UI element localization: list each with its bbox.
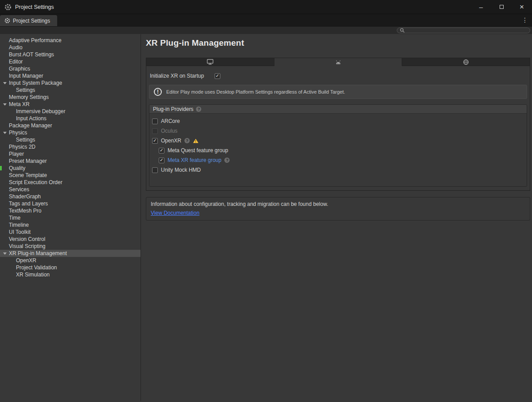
provider-row-arcore[interactable]: ARCore xyxy=(149,116,527,126)
sidebar-item-player[interactable]: Player xyxy=(0,150,141,158)
sidebar-item-label: Visual Scripting xyxy=(9,243,46,249)
help-icon[interactable] xyxy=(196,106,201,112)
sidebar-item-memory-settings[interactable]: Memory Settings xyxy=(0,94,141,101)
sidebar-item-label: Input Actions xyxy=(16,115,47,122)
helpbox-text: Editor Play mode uses Desktop Platform S… xyxy=(166,89,345,95)
sidebar-item-label: Services xyxy=(9,186,29,193)
sidebar-item-xr-simulation[interactable]: XR Simulation xyxy=(0,271,141,278)
sidebar-item-tags-and-layers[interactable]: Tags and Layers xyxy=(0,200,141,207)
provider-label: Meta Quest feature group xyxy=(168,147,228,154)
sidebar-item-textmesh-pro[interactable]: TextMesh Pro xyxy=(0,207,141,214)
sidebar-item-settings[interactable]: Settings xyxy=(0,136,141,143)
sidebar-item-shadergraph[interactable]: ShaderGraph xyxy=(0,193,141,200)
android-platform-icon xyxy=(335,59,342,65)
gear-icon xyxy=(4,18,10,24)
sidebar-item-graphics[interactable]: Graphics xyxy=(0,65,141,72)
provider-row-openxr[interactable]: OpenXR xyxy=(149,136,527,146)
sidebar-item-label: Graphics xyxy=(9,66,30,72)
sidebar-item-editor[interactable]: Editor xyxy=(0,58,141,65)
foldout-arrow-icon[interactable] xyxy=(3,252,7,255)
initialize-xr-checkbox[interactable] xyxy=(215,73,220,79)
sidebar-item-meta-xr[interactable]: Meta XR xyxy=(0,101,141,108)
sidebar-item-input-actions[interactable]: Input Actions xyxy=(0,115,141,122)
search-field[interactable] xyxy=(397,28,530,33)
minimize-button[interactable]: – xyxy=(471,0,491,14)
provider-row-meta-quest-feature-group[interactable]: Meta Quest feature group xyxy=(149,146,527,155)
settings-gear-icon xyxy=(4,4,12,11)
checkbox-meta-xr-feature-group[interactable] xyxy=(159,158,164,163)
sidebar-item-physics[interactable]: Physics xyxy=(0,129,141,136)
sidebar-item-xr-plug-in-management[interactable]: XR Plug-in Management xyxy=(0,250,141,257)
checkbox-arcore[interactable] xyxy=(152,118,158,124)
desktop-platform-icon xyxy=(207,59,214,65)
kebab-menu-icon[interactable]: ⋮ xyxy=(522,16,528,24)
checkbox-unity-mock-hmd[interactable] xyxy=(152,167,158,173)
close-button[interactable]: × xyxy=(512,0,532,14)
sidebar-item-services[interactable]: Services xyxy=(0,186,141,193)
sidebar-item-label: Scene Template xyxy=(9,172,47,178)
editor-playmode-helpbox: Editor Play mode uses Desktop Platform S… xyxy=(149,85,527,99)
search-input[interactable] xyxy=(407,28,527,33)
sidebar-item-input-system-package[interactable]: Input System Package xyxy=(0,79,141,87)
provider-label: ARCore xyxy=(161,118,180,124)
view-documentation-link[interactable]: View Documentation xyxy=(151,210,200,216)
web-platform-tab[interactable] xyxy=(402,58,530,66)
sidebar-item-project-validation[interactable]: Project Validation xyxy=(0,264,141,271)
sidebar-item-adaptive-performance[interactable]: Adaptive Performance xyxy=(0,37,141,44)
sidebar-item-visual-scripting[interactable]: Visual Scripting xyxy=(0,243,141,250)
checkbox-openxr[interactable] xyxy=(152,138,158,144)
help-icon[interactable] xyxy=(224,158,230,163)
android-platform-tab[interactable] xyxy=(274,58,403,66)
sidebar-item-settings[interactable]: Settings xyxy=(0,87,141,94)
initialize-xr-row: Initialize XR on Startup xyxy=(149,72,527,80)
sidebar-item-label: Burst AOT Settings xyxy=(9,51,54,58)
sidebar-item-burst-aot-settings[interactable]: Burst AOT Settings xyxy=(0,51,141,58)
sidebar-item-timeline[interactable]: Timeline xyxy=(0,221,141,229)
sidebar-item-ui-toolkit[interactable]: UI Toolkit xyxy=(0,229,141,236)
active-quality-marker xyxy=(0,166,2,170)
sidebar-item-version-control[interactable]: Version Control xyxy=(0,236,141,243)
sidebar-list: Adaptive PerformanceAudioBurst AOT Setti… xyxy=(0,37,141,278)
plugin-providers-header: Plug-in Providers xyxy=(149,105,527,114)
sidebar-item-label: Input Manager xyxy=(9,73,43,79)
checkbox-meta-quest-feature-group[interactable] xyxy=(159,148,164,154)
plugin-providers-title: Plug-in Providers xyxy=(153,106,193,112)
maximize-button[interactable] xyxy=(491,0,512,14)
help-icon[interactable] xyxy=(184,138,190,143)
provider-row-meta-xr-feature-group[interactable]: Meta XR feature group xyxy=(149,155,527,165)
initialize-xr-label: Initialize XR on Startup xyxy=(150,73,215,79)
sidebar-item-input-manager[interactable]: Input Manager xyxy=(0,72,141,79)
sidebar-item-script-execution-order[interactable]: Script Execution Order xyxy=(0,179,141,186)
provider-label: Oculus xyxy=(161,128,177,134)
checkbox-oculus xyxy=(152,128,158,134)
sidebar-item-label: Time xyxy=(9,215,20,221)
sidebar-item-label: UI Toolkit xyxy=(9,229,31,235)
sidebar-item-label: Script Execution Order xyxy=(9,179,63,185)
sidebar-item-openxr[interactable]: OpenXR xyxy=(0,257,141,264)
foldout-arrow-icon[interactable] xyxy=(3,103,7,106)
sidebar-item-immersive-debugger[interactable]: Immersive Debugger xyxy=(0,108,141,115)
provider-row-unity-mock-hmd[interactable]: Unity Mock HMD xyxy=(149,165,527,175)
sidebar-item-audio[interactable]: Audio xyxy=(0,44,141,51)
sidebar-item-label: XR Plug-in Management xyxy=(9,250,67,256)
desktop-platform-tab[interactable] xyxy=(146,58,274,66)
sidebar-item-label: TextMesh Pro xyxy=(9,208,41,214)
warning-icon xyxy=(193,138,199,143)
provider-label: OpenXR xyxy=(161,138,181,144)
foldout-arrow-icon[interactable] xyxy=(3,132,7,134)
content-area: Adaptive PerformanceAudioBurst AOT Setti… xyxy=(0,34,532,401)
sidebar-item-package-manager[interactable]: Package Manager xyxy=(0,122,141,129)
settings-sidebar: Adaptive PerformanceAudioBurst AOT Setti… xyxy=(0,34,141,401)
sidebar-item-scene-template[interactable]: Scene Template xyxy=(0,172,141,179)
foldout-arrow-icon[interactable] xyxy=(3,82,7,84)
sidebar-item-label: Quality xyxy=(9,165,25,171)
sidebar-item-time[interactable]: Time xyxy=(0,214,141,221)
close-icon: × xyxy=(520,3,524,12)
documentation-infobox: Information about configuration, trackin… xyxy=(146,197,530,221)
sidebar-item-preset-manager[interactable]: Preset Manager xyxy=(0,158,141,165)
tab-project-settings[interactable]: Project Settings xyxy=(0,15,57,26)
platform-tab-strip xyxy=(146,58,530,66)
documentation-text: Information about configuration, trackin… xyxy=(151,201,525,207)
sidebar-item-quality[interactable]: Quality xyxy=(0,165,141,172)
sidebar-item-physics-2d[interactable]: Physics 2D xyxy=(0,143,141,150)
